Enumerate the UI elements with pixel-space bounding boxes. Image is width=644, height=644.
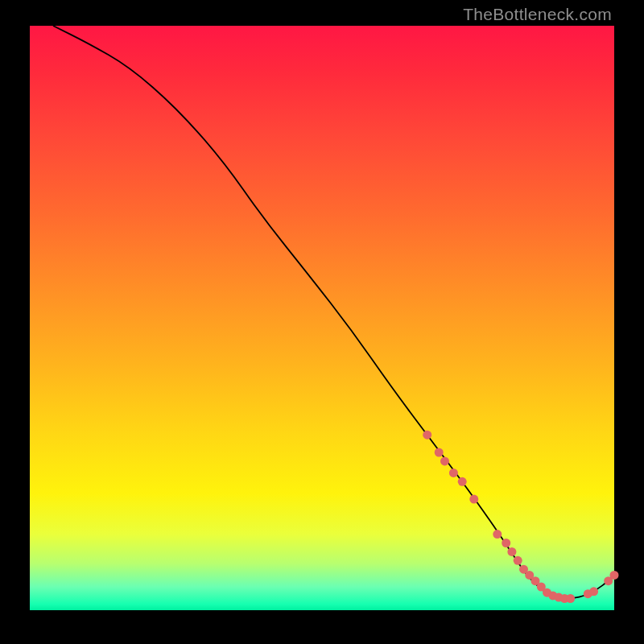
highlight-dot — [507, 547, 516, 556]
highlight-dot — [514, 556, 522, 565]
highlight-dot — [458, 477, 467, 486]
watermark-text: TheBottleneck.com — [463, 5, 612, 24]
plot-area — [30, 26, 614, 610]
highlight-dot — [423, 431, 431, 440]
highlight-dot — [435, 448, 444, 457]
highlight-dot — [449, 469, 458, 477]
highlight-dot — [610, 571, 619, 580]
chart-svg — [30, 26, 614, 610]
highlight-dots-group — [423, 431, 618, 603]
highlight-dot — [502, 539, 510, 547]
highlight-dot — [566, 594, 575, 603]
highlight-dot — [469, 495, 478, 504]
highlight-dot — [493, 530, 502, 539]
highlight-dot — [440, 456, 449, 465]
highlight-dot — [589, 587, 598, 596]
bottleneck-curve — [53, 26, 614, 599]
chart-frame: TheBottleneck.com — [0, 0, 644, 644]
